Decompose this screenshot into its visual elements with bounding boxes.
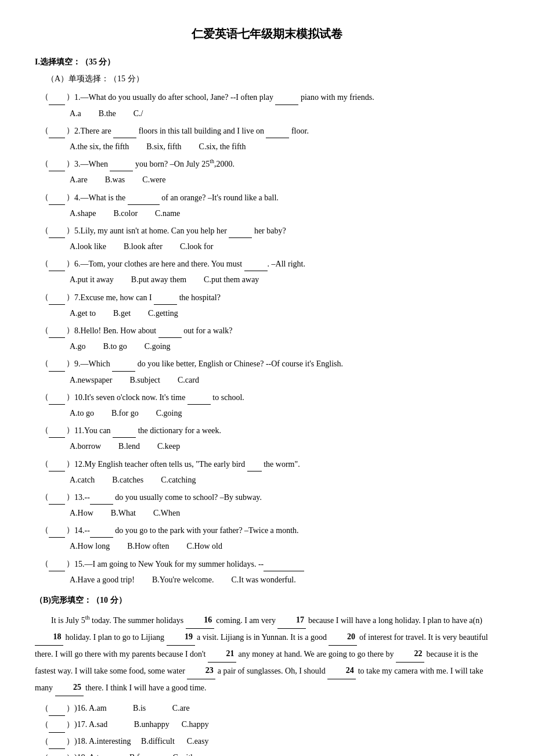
q2-optA[interactable]: A.the six, the fifth [70,139,129,154]
paren-left-14: （ [41,523,49,537]
q11-text: 11.You can the dictionary for a week. [74,423,499,438]
q9-optB[interactable]: B.subject [129,373,160,387]
q14-optA[interactable]: A.How long [70,539,110,553]
q4-optC[interactable]: C.name [155,206,180,221]
answer-box-15[interactable] [49,556,65,571]
q5-optB[interactable]: B.look after [124,239,163,254]
answer-box-19[interactable] [49,750,65,756]
q7-optB[interactable]: B.get [113,306,131,321]
q16-optB[interactable]: B.is [133,704,146,712]
q15-optA[interactable]: A.Have a good trip! [70,573,135,587]
q19-optA[interactable]: A.to [89,753,103,756]
q15-optC[interactable]: C.It was wonderful. [231,573,295,587]
q8-optB[interactable]: B.to go [103,339,127,354]
answer-box-9[interactable] [49,356,65,371]
q4-optB[interactable]: B.color [114,206,138,221]
answer-box-7[interactable] [49,290,65,305]
q1-optB[interactable]: B.the [99,106,116,121]
q6-optC[interactable]: C.put them away [204,272,259,287]
q3-optB[interactable]: B.was [105,172,125,187]
q11-optC[interactable]: C.keep [157,439,180,453]
q9-optA[interactable]: A.newspaper [70,373,112,387]
answer-box-2[interactable] [49,123,65,138]
paren-left-6: （ [41,256,49,271]
answer-box-14[interactable] [49,523,65,538]
q2-optB[interactable]: B.six, fifth [146,139,181,154]
q2-optC[interactable]: C.six, the fifth [199,139,246,154]
answer-box-5[interactable] [49,223,65,238]
q5-optA[interactable]: A.look like [70,239,106,254]
q17-optC[interactable]: C.happy [182,720,209,729]
q6-optA[interactable]: A.put it away [70,272,114,287]
q9-optC[interactable]: C.card [178,373,199,387]
page-title: 仁爱英语七年级期末模拟试卷 [35,23,499,44]
paren-left-10: （ [41,390,49,404]
q1-optA[interactable]: A.a [70,106,81,121]
answer-box-1[interactable] [49,89,65,105]
answer-box-6[interactable] [49,256,65,271]
q9-text: 9.—Which do you like better, English or … [74,356,499,371]
q6-options: A.put it away B.put away them C.put them… [70,272,499,287]
q11-optB[interactable]: B.lend [118,439,140,453]
q1-text: 1.—What do you usually do after school, … [74,89,499,105]
q18-optB[interactable]: B.difficult [141,737,175,746]
q19-text: )19. A.to B.for C.with [74,750,499,756]
paren-right-9: ） [66,356,74,370]
q15-optB[interactable]: B.You're welcome. [152,573,214,587]
q1-optC[interactable]: C./ [134,106,143,121]
q7-optA[interactable]: A.get to [70,306,96,321]
q10-optC[interactable]: C.going [156,406,182,420]
q12-optC[interactable]: C.catching [161,473,196,487]
q18-text: )18. A.interesting B.difficult C.easy [74,734,499,748]
q19-optB[interactable]: B.for [129,753,146,756]
q12-optA[interactable]: A.catch [70,473,95,487]
paren-right-10: ） [66,390,74,404]
paren-left-4: （ [41,190,49,204]
q12-optB[interactable]: B.catches [112,473,143,487]
q18-optC[interactable]: C.easy [187,737,209,746]
q18-optA[interactable]: A.interesting [89,737,131,746]
q5-options: A.look like B.look after C.look for [70,239,499,254]
q11-optA[interactable]: A.borrow [70,439,101,453]
q8-optA[interactable]: A.go [70,339,86,354]
q6-optB[interactable]: B.put away them [131,272,186,287]
q14-optB[interactable]: B.How often [127,539,169,553]
q19-optC[interactable]: C.with [173,753,195,756]
q17-optA[interactable]: A.sad [89,720,107,729]
q3-optA[interactable]: A.are [70,172,88,187]
q10-options: A.to go B.for go C.going [70,406,499,420]
answer-box-12[interactable] [49,456,65,471]
q16-optA[interactable]: A.am [89,704,107,712]
q13-optB[interactable]: B.What [111,506,136,520]
answer-box-13[interactable] [49,489,65,505]
paren-left-13: （ [41,489,49,504]
answer-box-10[interactable] [49,390,65,405]
q8-optC[interactable]: C.going [145,339,171,354]
answer-box-16[interactable] [49,701,65,716]
q5-optC[interactable]: C.look for [180,239,214,254]
paren-right-11: ） [66,423,74,437]
paren-right-14: ） [66,523,74,537]
q1-options: A.a B.the C./ [70,106,499,121]
q16-optC[interactable]: C.are [172,704,190,712]
answer-box-17[interactable] [49,717,65,732]
q3-optC[interactable]: C.were [142,172,165,187]
answer-box-4[interactable] [49,190,65,205]
answer-box-18[interactable] [49,734,65,749]
q13-optA[interactable]: A.How [70,506,93,520]
paren-right-7: ） [66,290,74,304]
q10-optA[interactable]: A.to go [70,406,94,420]
q3-options: A.are B.was C.were [70,172,499,187]
answer-box-8[interactable] [49,323,65,338]
q13-optC[interactable]: C.When [153,506,180,520]
q7-optC[interactable]: C.getting [148,306,178,321]
answer-box-3[interactable] [49,156,65,171]
q14-optC[interactable]: C.How old [187,539,222,553]
q10-optB[interactable]: B.for go [111,406,139,420]
q8-text: 8.Hello! Ben. How about out for a walk? [74,323,499,338]
answer-box-11[interactable] [49,423,65,438]
q4-optA[interactable]: A.shape [70,206,96,221]
q4-options: A.shape B.color C.name [70,206,499,221]
q17-optB[interactable]: B.unhappy [134,720,169,729]
q10-text: 10.It's seven o'clock now. It's time to … [74,390,499,405]
